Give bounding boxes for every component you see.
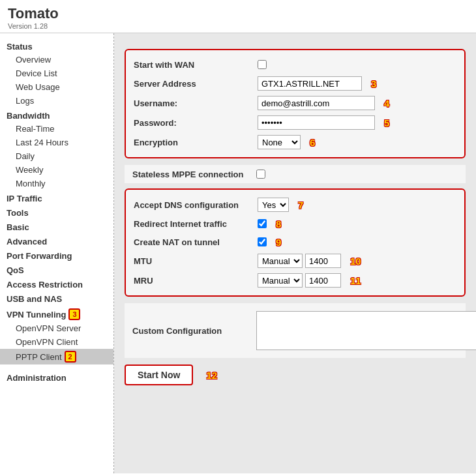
sidebar-section-tools[interactable]: Tools xyxy=(0,205,113,219)
vpn-label-text: VPN Tunneling xyxy=(7,310,66,320)
mtu-row: MTU Manual Auto 10 xyxy=(134,251,456,271)
create-nat-checkbox[interactable] xyxy=(258,237,267,246)
username-label: Username: xyxy=(134,98,258,108)
connection-settings-box: Start with WAN Server Address 3 Username… xyxy=(125,49,466,158)
pptp-label: PPTP Client xyxy=(16,352,62,362)
mru-value-input[interactable] xyxy=(305,273,341,288)
custom-config-control xyxy=(256,311,476,350)
encryption-select[interactable]: None 40-bit 56-bit 128-bit xyxy=(258,135,301,149)
mtu-value-input[interactable] xyxy=(305,254,341,268)
server-address-control: 3 xyxy=(258,76,456,91)
username-control: 4 xyxy=(258,96,456,110)
sidebar-item-daily[interactable]: Daily xyxy=(0,149,113,163)
sidebar-section-ip-traffic[interactable]: IP Traffic xyxy=(0,190,113,205)
sidebar-section-access-restriction[interactable]: Access Restriction xyxy=(0,276,113,291)
app-version: Version 1.28 xyxy=(8,22,468,30)
mtu-label: MTU xyxy=(134,256,258,266)
password-control: 5 xyxy=(258,115,456,130)
redirect-internet-control: 8 xyxy=(258,218,456,230)
redirect-internet-checkbox[interactable] xyxy=(258,219,267,228)
password-row: Password: 5 xyxy=(134,113,456,132)
sidebar-item-overview[interactable]: Overview xyxy=(0,53,113,67)
custom-config-label: Custom Configuration xyxy=(132,326,256,336)
server-address-label: Server Address xyxy=(134,79,258,89)
mru-row: MRU Manual Auto 11 xyxy=(134,271,456,290)
row-number-3: 3 xyxy=(371,78,376,89)
password-label: Password: xyxy=(134,118,258,128)
custom-config-row: Custom Configuration xyxy=(132,308,458,353)
start-with-wan-control xyxy=(258,60,456,69)
stateless-row: Stateless MPPE connection xyxy=(125,165,466,183)
sidebar-section-basic[interactable]: Basic xyxy=(0,219,113,233)
sidebar-item-monthly[interactable]: Monthly xyxy=(0,177,113,190)
row-number-10: 10 xyxy=(350,256,361,267)
mru-mode-select[interactable]: Manual Auto xyxy=(258,273,303,288)
bottom-bar: Start Now 12 xyxy=(125,364,466,385)
sidebar-section-port-forwarding[interactable]: Port Forwarding xyxy=(0,248,113,262)
stateless-label: Stateless MPPE connection xyxy=(132,170,256,179)
custom-config-textarea[interactable] xyxy=(256,311,476,350)
stateless-control xyxy=(256,170,458,179)
server-address-input[interactable] xyxy=(258,76,362,91)
sidebar-section-usb-nas[interactable]: USB and NAS xyxy=(0,291,113,305)
row-number-8: 8 xyxy=(276,218,281,230)
vpn-badge: 3 xyxy=(68,308,80,320)
create-nat-label: Create NAT on tunnel xyxy=(134,237,258,247)
sidebar-item-openvpn-client[interactable]: OpenVPN Client xyxy=(0,335,113,349)
sidebar-item-weekly[interactable]: Weekly xyxy=(0,163,113,177)
mtu-control: Manual Auto 10 xyxy=(258,254,456,268)
mru-label: MRU xyxy=(134,276,258,286)
pptp-badge: 2 xyxy=(65,351,76,363)
mru-control: Manual Auto 11 xyxy=(258,273,456,288)
sidebar-item-web-usage[interactable]: Web Usage xyxy=(0,80,113,94)
row-number-4: 4 xyxy=(384,98,389,109)
sidebar-item-device-list[interactable]: Device List xyxy=(0,67,113,80)
sidebar-section-vpn[interactable]: VPN Tunneling 3 xyxy=(0,305,113,321)
redirect-internet-row: Redirect Internet traffic 8 xyxy=(134,215,456,233)
main-content: Start with WAN Server Address 3 Username… xyxy=(114,33,476,473)
sidebar-item-pptp-client[interactable]: PPTP Client 2 xyxy=(0,349,113,364)
dns-settings-box: Accept DNS configuration Yes No 7 Redire… xyxy=(125,188,466,297)
app-header: Tomato Version 1.28 xyxy=(0,0,476,33)
start-with-wan-row: Start with WAN xyxy=(134,55,456,74)
app-title: Tomato xyxy=(8,5,468,22)
encryption-control: None 40-bit 56-bit 128-bit 6 xyxy=(258,135,456,149)
custom-config-section: Custom Configuration xyxy=(125,303,466,358)
accept-dns-row: Accept DNS configuration Yes No 7 xyxy=(134,195,456,215)
row-number-9: 9 xyxy=(276,237,281,248)
start-with-wan-checkbox[interactable] xyxy=(258,60,267,69)
row-number-5: 5 xyxy=(384,117,389,128)
stateless-checkbox[interactable] xyxy=(256,170,265,179)
username-row: Username: 4 xyxy=(134,93,456,113)
mtu-mode-select[interactable]: Manual Auto xyxy=(258,254,303,268)
sidebar: Status Overview Device List Web Usage Lo… xyxy=(0,33,114,473)
create-nat-control: 9 xyxy=(258,237,456,248)
create-nat-row: Create NAT on tunnel 9 xyxy=(134,233,456,251)
sidebar-section-status: Status xyxy=(0,38,113,53)
mtu-group: Manual Auto xyxy=(258,254,341,268)
encryption-label: Encryption xyxy=(134,138,258,147)
accept-dns-select[interactable]: Yes No xyxy=(258,198,289,212)
password-input[interactable] xyxy=(258,115,375,130)
encryption-row: Encryption None 40-bit 56-bit 128-bit 6 xyxy=(134,132,456,152)
accept-dns-control: Yes No 7 xyxy=(258,198,456,212)
sidebar-section-bandwidth: Bandwidth xyxy=(0,108,113,122)
row-number-12: 12 xyxy=(206,370,217,381)
sidebar-section-advanced[interactable]: Advanced xyxy=(0,233,113,248)
redirect-internet-label: Redirect Internet traffic xyxy=(134,219,258,229)
start-with-wan-label: Start with WAN xyxy=(134,60,258,70)
sidebar-section-administration[interactable]: Administration xyxy=(0,370,113,384)
accept-dns-label: Accept DNS configuration xyxy=(134,200,258,210)
sidebar-item-realtime[interactable]: Real-Time xyxy=(0,122,113,136)
server-address-row: Server Address 3 xyxy=(134,74,456,93)
row-number-6: 6 xyxy=(310,137,315,148)
sidebar-section-qos[interactable]: QoS xyxy=(0,262,113,276)
start-now-button[interactable]: Start Now xyxy=(125,364,193,385)
row-number-11: 11 xyxy=(350,275,361,286)
sidebar-item-logs[interactable]: Logs xyxy=(0,94,113,108)
username-input[interactable] xyxy=(258,96,375,110)
row-number-7: 7 xyxy=(298,200,303,211)
mru-group: Manual Auto xyxy=(258,273,341,288)
sidebar-item-last24[interactable]: Last 24 Hours xyxy=(0,136,113,149)
sidebar-item-openvpn-server[interactable]: OpenVPN Server xyxy=(0,321,113,335)
